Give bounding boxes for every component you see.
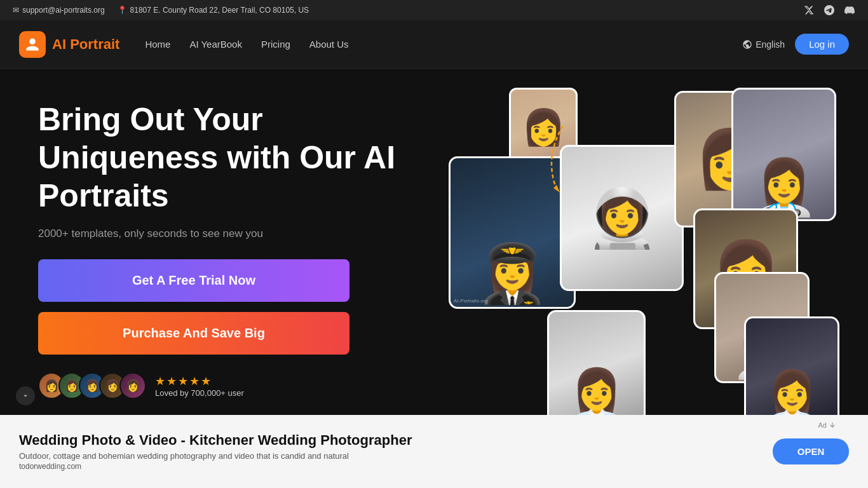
ad-open-button[interactable]: OPEN <box>773 438 849 464</box>
portrait-card-5: 👩‍⚕️ <box>731 88 836 221</box>
nav-about[interactable]: About Us <box>309 36 349 53</box>
nav-home[interactable]: Home <box>145 36 170 53</box>
hero-portrait-grid: 👩 👩‍✈️ AI-Portraits.org 👩‍🚀 👩 👩‍⚕️ 👩 <box>449 88 855 456</box>
logo[interactable]: AI Portrait <box>19 31 119 58</box>
twitter-icon[interactable] <box>803 4 815 16</box>
topbar: ✉ support@ai-portraits.org 📍 81807 E. Co… <box>0 0 868 20</box>
logo-text: AI Portrait <box>52 36 119 53</box>
topbar-left: ✉ support@ai-portraits.org 📍 81807 E. Co… <box>13 6 309 15</box>
svg-marker-0 <box>553 185 560 193</box>
social-proof: 👩 👩 👩 👩 👩 ★★★★★ Loved by 700,000+ user <box>38 372 407 399</box>
portrait-face-7: 👩‍💼 <box>549 312 644 426</box>
trial-button[interactable]: Get A Free Trial Now <box>38 259 349 302</box>
email-icon: ✉ <box>13 6 19 15</box>
loved-text: Loved by 700,000+ user <box>155 388 244 398</box>
hero-content: Bring Out Your Uniqueness with Our AI Po… <box>38 100 407 399</box>
portrait-face-9: 👩‍💼 <box>746 318 837 426</box>
watermark-1: AI-Portraits.org <box>454 298 488 304</box>
login-button[interactable]: Log in <box>795 34 849 55</box>
hero-title: Bring Out Your Uniqueness with Our AI Po… <box>38 100 407 215</box>
ad-label: Ad <box>818 421 836 429</box>
discord-icon[interactable] <box>844 4 855 16</box>
portrait-face-5: 👩‍⚕️ <box>733 90 834 219</box>
topbar-email: ✉ support@ai-portraits.org <box>13 6 105 15</box>
ad-title: Wedding Photo & Video - Kitchener Weddin… <box>19 432 412 449</box>
ad-label-text: Ad <box>818 421 827 429</box>
cta-buttons: Get A Free Trial Now Purchase And Save B… <box>38 259 349 355</box>
topbar-address: 📍 81807 E. County Road 22, Deer Trail, C… <box>118 6 309 15</box>
avatar-5: 👩 <box>119 372 146 399</box>
logo-icon <box>19 31 46 58</box>
dashed-arrow <box>525 119 607 202</box>
ad-banner: Wedding Photo & Video - Kitchener Weddin… <box>0 415 868 488</box>
nav-links: Home AI YearBook Pricing About Us <box>145 36 348 53</box>
ad-url: todorwedding.com <box>19 462 412 471</box>
ad-content: Wedding Photo & Video - Kitchener Weddin… <box>19 432 412 471</box>
stars-rating: ★★★★★ Loved by 700,000+ user <box>155 374 244 398</box>
nav-pricing[interactable]: Pricing <box>261 36 290 53</box>
location-icon: 📍 <box>118 6 127 15</box>
language-selector[interactable]: English <box>742 39 785 50</box>
navbar-left: AI Portrait Home AI YearBook Pricing Abo… <box>19 31 349 58</box>
ad-description: Outdoor, cottage and bohemian wedding ph… <box>19 451 412 461</box>
portrait-card-9: 👩‍💼 tumblr <box>744 316 839 428</box>
stars-display: ★★★★★ <box>155 374 244 388</box>
topbar-email-text: support@ai-portraits.org <box>22 6 105 15</box>
scroll-down-button[interactable] <box>16 386 35 405</box>
logo-text-portrait: Portrait <box>70 36 119 52</box>
hero-subtitle: 2000+ templates, only seconds to see new… <box>38 227 407 240</box>
topbar-address-text: 81807 E. County Road 22, Deer Trail, CO … <box>130 6 309 15</box>
topbar-social <box>803 4 855 16</box>
avatars: 👩 👩 👩 👩 👩 <box>38 372 146 399</box>
lang-label: English <box>756 39 785 50</box>
nav-yearbook[interactable]: AI YearBook <box>189 36 242 53</box>
telegram-icon[interactable] <box>824 4 835 16</box>
logo-text-ai: AI <box>52 36 66 52</box>
navbar-right: English Log in <box>742 34 849 55</box>
purchase-button[interactable]: Purchase And Save Big <box>38 312 349 355</box>
portrait-card-7: 👩‍💼 <box>547 310 646 428</box>
navbar: AI Portrait Home AI YearBook Pricing Abo… <box>0 20 868 69</box>
